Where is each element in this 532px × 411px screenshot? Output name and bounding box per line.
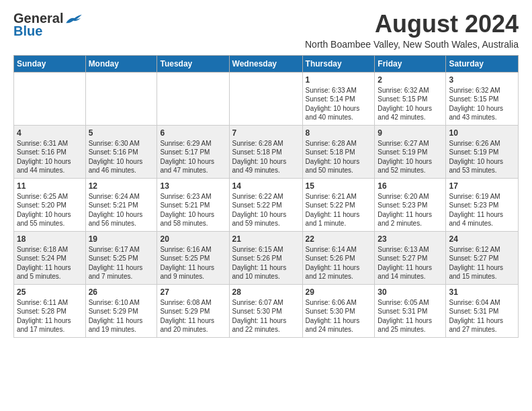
day-info: Sunrise: 6:11 AM Sunset: 5:28 PM Dayligh… [17, 298, 83, 334]
day-number: 7 [232, 128, 300, 138]
day-number: 4 [17, 128, 83, 138]
day-info: Sunrise: 6:31 AM Sunset: 5:16 PM Dayligh… [17, 139, 83, 175]
day-number: 22 [306, 234, 372, 244]
day-number: 24 [449, 234, 515, 244]
day-info: Sunrise: 6:25 AM Sunset: 5:20 PM Dayligh… [17, 192, 83, 228]
day-number: 29 [306, 287, 372, 297]
calendar-cell [157, 72, 229, 125]
calendar-cell: 4Sunrise: 6:31 AM Sunset: 5:16 PM Daylig… [14, 125, 86, 178]
calendar-cell: 18Sunrise: 6:18 AM Sunset: 5:24 PM Dayli… [14, 231, 86, 284]
title-section: August 2024 North Boambee Valley, New So… [83, 11, 519, 50]
weekday-header-sunday: Sunday [14, 55, 86, 72]
calendar-cell: 14Sunrise: 6:22 AM Sunset: 5:22 PM Dayli… [229, 178, 302, 231]
day-info: Sunrise: 6:19 AM Sunset: 5:23 PM Dayligh… [449, 192, 515, 228]
calendar-cell: 19Sunrise: 6:17 AM Sunset: 5:25 PM Dayli… [85, 231, 157, 284]
calendar-cell: 3Sunrise: 6:32 AM Sunset: 5:15 PM Daylig… [446, 72, 519, 125]
day-number: 27 [160, 287, 226, 297]
day-number: 10 [449, 128, 515, 138]
calendar-cell: 15Sunrise: 6:21 AM Sunset: 5:22 PM Dayli… [302, 178, 375, 231]
day-info: Sunrise: 6:04 AM Sunset: 5:31 PM Dayligh… [449, 298, 515, 334]
logo: General Blue [13, 11, 83, 39]
day-info: Sunrise: 6:08 AM Sunset: 5:29 PM Dayligh… [160, 298, 226, 334]
weekday-header-monday: Monday [85, 55, 157, 72]
calendar-cell: 13Sunrise: 6:23 AM Sunset: 5:21 PM Dayli… [157, 178, 229, 231]
calendar-cell: 20Sunrise: 6:16 AM Sunset: 5:25 PM Dayli… [157, 231, 229, 284]
day-info: Sunrise: 6:27 AM Sunset: 5:19 PM Dayligh… [378, 139, 443, 175]
day-info: Sunrise: 6:20 AM Sunset: 5:23 PM Dayligh… [378, 192, 443, 228]
calendar-cell [14, 72, 86, 125]
calendar-cell: 10Sunrise: 6:26 AM Sunset: 5:19 PM Dayli… [446, 125, 519, 178]
weekday-header-tuesday: Tuesday [157, 55, 229, 72]
calendar-cell: 5Sunrise: 6:30 AM Sunset: 5:16 PM Daylig… [85, 125, 157, 178]
calendar-table: SundayMondayTuesdayWednesdayThursdayFrid… [13, 55, 519, 338]
calendar-week-5: 25Sunrise: 6:11 AM Sunset: 5:28 PM Dayli… [14, 284, 519, 337]
day-number: 11 [17, 181, 83, 191]
calendar-cell: 29Sunrise: 6:06 AM Sunset: 5:30 PM Dayli… [302, 284, 375, 337]
day-info: Sunrise: 6:24 AM Sunset: 5:21 PM Dayligh… [89, 192, 154, 228]
calendar-cell: 30Sunrise: 6:05 AM Sunset: 5:31 PM Dayli… [375, 284, 446, 337]
logo-blue: Blue [13, 24, 42, 39]
weekday-header-friday: Friday [375, 55, 446, 72]
day-number: 6 [160, 128, 226, 138]
day-number: 31 [449, 287, 515, 297]
page-header: General Blue August 2024 North Boambee V… [13, 11, 519, 50]
weekday-header-thursday: Thursday [302, 55, 375, 72]
day-number: 5 [89, 128, 154, 138]
calendar-cell: 9Sunrise: 6:27 AM Sunset: 5:19 PM Daylig… [375, 125, 446, 178]
day-info: Sunrise: 6:16 AM Sunset: 5:25 PM Dayligh… [160, 245, 226, 281]
calendar-cell: 25Sunrise: 6:11 AM Sunset: 5:28 PM Dayli… [14, 284, 86, 337]
day-number: 21 [232, 234, 300, 244]
calendar-cell: 11Sunrise: 6:25 AM Sunset: 5:20 PM Dayli… [14, 178, 86, 231]
day-info: Sunrise: 6:22 AM Sunset: 5:22 PM Dayligh… [232, 192, 300, 228]
calendar-week-3: 11Sunrise: 6:25 AM Sunset: 5:20 PM Dayli… [14, 178, 519, 231]
calendar-cell: 7Sunrise: 6:28 AM Sunset: 5:18 PM Daylig… [229, 125, 302, 178]
day-number: 17 [449, 181, 515, 191]
day-number: 9 [378, 128, 443, 138]
day-number: 16 [378, 181, 443, 191]
day-info: Sunrise: 6:32 AM Sunset: 5:15 PM Dayligh… [449, 86, 515, 122]
day-number: 30 [378, 287, 443, 297]
day-number: 15 [306, 181, 372, 191]
calendar-cell: 16Sunrise: 6:20 AM Sunset: 5:23 PM Dayli… [375, 178, 446, 231]
calendar-cell: 23Sunrise: 6:13 AM Sunset: 5:27 PM Dayli… [375, 231, 446, 284]
calendar-cell: 12Sunrise: 6:24 AM Sunset: 5:21 PM Dayli… [85, 178, 157, 231]
calendar-cell: 8Sunrise: 6:28 AM Sunset: 5:18 PM Daylig… [302, 125, 375, 178]
day-number: 8 [306, 128, 372, 138]
day-number: 20 [160, 234, 226, 244]
day-info: Sunrise: 6:05 AM Sunset: 5:31 PM Dayligh… [378, 298, 443, 334]
day-info: Sunrise: 6:17 AM Sunset: 5:25 PM Dayligh… [89, 245, 154, 281]
day-number: 23 [378, 234, 443, 244]
location-subtitle: North Boambee Valley, New South Wales, A… [83, 39, 519, 50]
day-number: 13 [160, 181, 226, 191]
day-number: 19 [89, 234, 154, 244]
day-info: Sunrise: 6:10 AM Sunset: 5:29 PM Dayligh… [89, 298, 154, 334]
calendar-cell: 26Sunrise: 6:10 AM Sunset: 5:29 PM Dayli… [85, 284, 157, 337]
calendar-week-1: 1Sunrise: 6:33 AM Sunset: 5:14 PM Daylig… [14, 72, 519, 125]
day-info: Sunrise: 6:33 AM Sunset: 5:14 PM Dayligh… [306, 86, 372, 122]
day-info: Sunrise: 6:30 AM Sunset: 5:16 PM Dayligh… [89, 139, 154, 175]
day-number: 2 [378, 75, 443, 85]
calendar-cell: 21Sunrise: 6:15 AM Sunset: 5:26 PM Dayli… [229, 231, 302, 284]
day-info: Sunrise: 6:29 AM Sunset: 5:17 PM Dayligh… [160, 139, 226, 175]
calendar-cell [85, 72, 157, 125]
weekday-header-row: SundayMondayTuesdayWednesdayThursdayFrid… [14, 55, 519, 72]
day-number: 18 [17, 234, 83, 244]
day-info: Sunrise: 6:32 AM Sunset: 5:15 PM Dayligh… [378, 86, 443, 122]
calendar-cell: 17Sunrise: 6:19 AM Sunset: 5:23 PM Dayli… [446, 178, 519, 231]
day-info: Sunrise: 6:06 AM Sunset: 5:30 PM Dayligh… [306, 298, 372, 334]
day-info: Sunrise: 6:28 AM Sunset: 5:18 PM Dayligh… [232, 139, 300, 175]
day-number: 1 [306, 75, 372, 85]
calendar-week-4: 18Sunrise: 6:18 AM Sunset: 5:24 PM Dayli… [14, 231, 519, 284]
day-info: Sunrise: 6:15 AM Sunset: 5:26 PM Dayligh… [232, 245, 300, 281]
calendar-cell: 24Sunrise: 6:12 AM Sunset: 5:27 PM Dayli… [446, 231, 519, 284]
calendar-cell: 1Sunrise: 6:33 AM Sunset: 5:14 PM Daylig… [302, 72, 375, 125]
day-number: 3 [449, 75, 515, 85]
day-info: Sunrise: 6:12 AM Sunset: 5:27 PM Dayligh… [449, 245, 515, 281]
calendar-cell: 6Sunrise: 6:29 AM Sunset: 5:17 PM Daylig… [157, 125, 229, 178]
calendar-cell: 28Sunrise: 6:07 AM Sunset: 5:30 PM Dayli… [229, 284, 302, 337]
weekday-header-wednesday: Wednesday [229, 55, 302, 72]
day-info: Sunrise: 6:28 AM Sunset: 5:18 PM Dayligh… [306, 139, 372, 175]
logo-bird-icon [64, 12, 83, 26]
calendar-week-2: 4Sunrise: 6:31 AM Sunset: 5:16 PM Daylig… [14, 125, 519, 178]
weekday-header-saturday: Saturday [446, 55, 519, 72]
